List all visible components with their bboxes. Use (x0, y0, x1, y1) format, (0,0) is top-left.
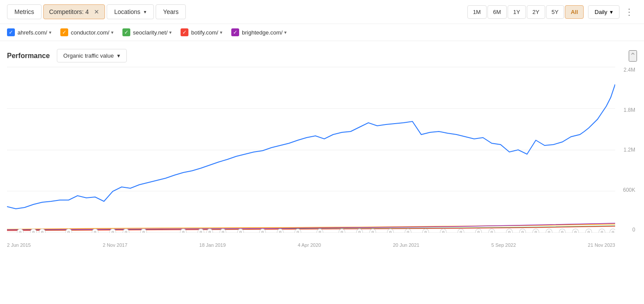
x-label-2020: 4 Apr 2020 (298, 242, 321, 248)
competitor-conductor-label: conductor.com/ ▾ (71, 29, 114, 36)
time-2y-button[interactable]: 2Y (527, 5, 545, 19)
y-axis-labels: 2.4M 1.8M 1.2M 600K 0 (623, 67, 637, 233)
competitor-conductor-chevron-icon: ▾ (111, 30, 114, 35)
y-label-0: 0 (623, 227, 635, 233)
x-label-2023: 21 Nov 2023 (588, 242, 615, 248)
competitor-conductor-checkbox[interactable]: ✓ (60, 28, 68, 36)
chart-area: 2.4M 1.8M 1.2M 600K 0 (0, 67, 644, 250)
competitor-botify-label: botify.com/ ▾ (191, 29, 223, 36)
time-range-controls: 1M 6M 1Y 2Y 5Y All (467, 5, 584, 19)
chart-svg-area: G G G G G G G G G G G G G G G G (7, 67, 615, 233)
performance-chart: G G G G G G G G G G G G G G G G (7, 67, 615, 233)
period-label: Daily (595, 9, 607, 15)
y-label-1_2m: 1.2M (623, 147, 635, 153)
time-1m-button[interactable]: 1M (467, 5, 487, 19)
x-label-2022: 5 Sep 2022 (491, 242, 516, 248)
performance-title: Performance (7, 52, 50, 60)
competitor-ahrefs-label: ahrefs.com/ ▾ (17, 29, 52, 36)
competitor-botify-chevron-icon: ▾ (220, 30, 223, 35)
competitor-brightedge-checkbox[interactable]: ✓ (231, 28, 239, 36)
competitor-ahrefs-checkbox[interactable]: ✓ (7, 28, 15, 36)
competitor-ahrefs-chevron-icon: ▾ (49, 30, 52, 35)
time-1y-button[interactable]: 1Y (508, 5, 526, 19)
metric-label: Organic traffic value (63, 52, 114, 59)
competitor-botify-checkbox[interactable]: ✓ (181, 28, 188, 36)
time-6m-button[interactable]: 6M (487, 5, 507, 19)
period-chevron-icon: ▾ (610, 9, 613, 15)
competitors-bar: ✓ ahrefs.com/ ▾ ✓ conductor.com/ ▾ ✓ seo… (0, 24, 644, 41)
ahrefs-line (7, 84, 615, 209)
time-5y-button[interactable]: 5Y (546, 5, 564, 19)
competitors-tab[interactable]: Competitors: 4 ✕ (43, 4, 105, 19)
metric-dropdown[interactable]: Organic traffic value ▾ (57, 49, 127, 62)
y-label-1_8m: 1.8M (623, 107, 635, 113)
y-label-600k: 600K (623, 187, 635, 193)
time-all-button[interactable]: All (565, 5, 584, 19)
period-button[interactable]: Daily ▾ (588, 5, 620, 19)
x-label-2015: 2 Jun 2015 (7, 242, 31, 248)
x-label-2019: 18 Jan 2019 (199, 242, 226, 248)
competitors-tab-label: Competitors: 4 (49, 8, 89, 15)
locations-tab[interactable]: Locations ▾ (107, 4, 154, 19)
performance-header: Performance Organic traffic value ▾ ⌃ (0, 41, 644, 67)
competitor-seoclarity-chevron-icon: ▾ (169, 30, 172, 35)
collapse-button[interactable]: ⌃ (629, 50, 637, 62)
competitor-seoclarity-checkbox[interactable]: ✓ (122, 28, 130, 36)
competitor-brightedge-label: brightedge.com/ ▾ (242, 29, 287, 36)
competitor-brightedge[interactable]: ✓ brightedge.com/ ▾ (231, 28, 287, 36)
years-tab[interactable]: Years (156, 4, 186, 19)
metric-chevron-icon: ▾ (117, 52, 120, 59)
competitor-brightedge-chevron-icon: ▾ (284, 30, 287, 35)
more-options-button[interactable]: ⋮ (621, 5, 637, 19)
chart-container: 2.4M 1.8M 1.2M 600K 0 (7, 67, 637, 250)
y-label-2_4m: 2.4M (623, 67, 635, 73)
competitor-ahrefs[interactable]: ✓ ahrefs.com/ ▾ (7, 28, 52, 36)
competitor-conductor[interactable]: ✓ conductor.com/ ▾ (60, 28, 114, 36)
competitor-botify[interactable]: ✓ botify.com/ ▾ (181, 28, 223, 36)
metrics-tab[interactable]: Metrics (7, 4, 42, 19)
x-axis-labels: 2 Jun 2015 2 Nov 2017 18 Jan 2019 4 Apr … (7, 233, 615, 250)
locations-chevron-icon: ▾ (144, 9, 146, 15)
competitors-close-icon[interactable]: ✕ (94, 8, 99, 15)
competitor-seoclarity[interactable]: ✓ seoclarity.net/ ▾ (122, 28, 172, 36)
x-label-2017: 2 Nov 2017 (103, 242, 127, 248)
x-label-2021: 20 Jun 2021 (393, 242, 420, 248)
main-toolbar: Metrics Competitors: 4 ✕ Locations ▾ Yea… (0, 0, 644, 24)
competitor-seoclarity-label: seoclarity.net/ ▾ (133, 29, 172, 36)
